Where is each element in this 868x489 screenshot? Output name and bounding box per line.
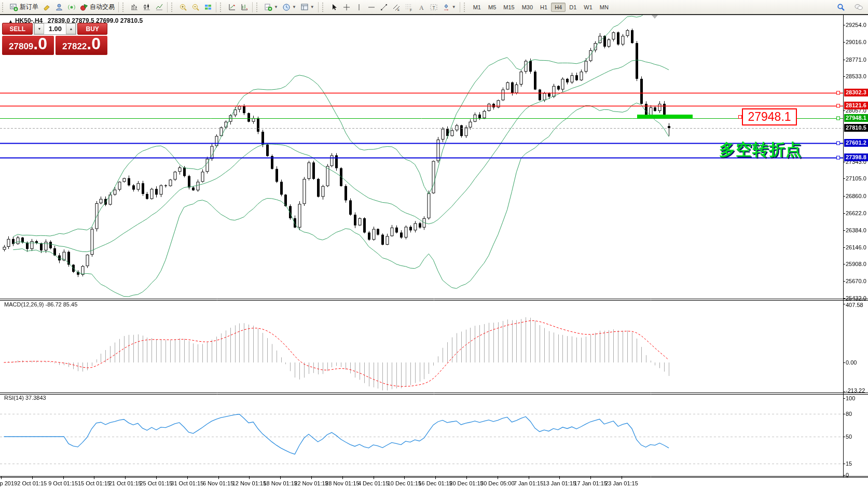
chat-icon-icon (855, 3, 863, 11)
new-order-button-icon (10, 3, 18, 11)
trendline-button[interactable] (378, 1, 390, 13)
buy-price[interactable]: 27822 .0 (56, 36, 107, 55)
turning-point-annotation[interactable]: 多空转折点 (719, 139, 802, 161)
toolbar-grip[interactable] (322, 3, 326, 12)
channel-button-icon: E (392, 3, 401, 11)
rsi-axis-label: 0 (846, 472, 849, 478)
callout-anchor-handle[interactable] (738, 115, 742, 119)
sell-price[interactable]: 27809 .0 (2, 36, 54, 55)
svg-text:A: A (419, 4, 424, 11)
price-tag: 27398.8 (844, 153, 868, 161)
hline-button-icon (367, 3, 376, 11)
fibonacci-button[interactable]: F (403, 1, 415, 13)
volume-stepper: ▼ 1.00 ▲ (34, 23, 76, 35)
price-tick-label: 26146.0 (846, 244, 866, 250)
periods-button[interactable]: ▼ (280, 1, 298, 13)
rsi-axis-label: 100 (846, 395, 855, 401)
periods-button-icon (282, 3, 291, 11)
chat-icon[interactable] (852, 1, 865, 13)
line-chart-button[interactable] (153, 1, 166, 13)
one-click-trading-panel: SELL ▼ 1.00 ▲ BUY 27809 .0 27822 .0 (2, 23, 107, 55)
toolbar-grip[interactable] (464, 3, 468, 12)
hline-button[interactable] (365, 1, 378, 13)
shapes-button[interactable]: ▼ (440, 1, 458, 13)
auto-trading-button[interactable]: 自动交易 (78, 1, 117, 13)
rsi-axis-label: 80 (846, 411, 852, 417)
volume-increase-button[interactable]: ▲ (66, 23, 76, 34)
dropdown-arrow-icon[interactable]: ▼ (274, 5, 278, 9)
svg-text:T: T (432, 5, 435, 10)
price-tick-label: 26860.0 (846, 193, 866, 199)
toolbar-grip[interactable] (256, 3, 260, 12)
time-axis[interactable]: 25 Sep 20192 Oct 01:159 Oct 01:1515 Oct … (0, 478, 843, 489)
volume-decrease-button[interactable]: ▼ (34, 23, 44, 34)
dropdown-arrow-icon[interactable]: ▼ (452, 5, 456, 9)
channel-button[interactable]: E (390, 1, 403, 13)
time-tick-label: 25 Sep 2019 (0, 480, 17, 486)
zoom-in-button[interactable] (177, 1, 189, 13)
zoom-out-button[interactable] (189, 1, 202, 13)
timeframe-button-m5[interactable]: M5 (485, 3, 500, 12)
chart-shift-button[interactable] (238, 1, 251, 13)
bar-chart-button[interactable] (128, 1, 141, 13)
auto-scroll-button[interactable] (226, 1, 238, 13)
label-button[interactable]: T (428, 1, 440, 13)
vline-button[interactable] (353, 1, 365, 13)
timeframe-button-w1[interactable]: W1 (580, 3, 596, 12)
time-tick-label: 7 Jan 01:15 (514, 480, 544, 486)
zoom-out-button-icon (191, 3, 200, 11)
toolbar-grip[interactable] (220, 3, 224, 12)
new-order-button[interactable]: 新订单 (8, 1, 40, 13)
toolbar-grip[interactable] (122, 3, 127, 12)
chart-shift-marker-icon[interactable] (652, 15, 658, 19)
timeframe-button-m30[interactable]: M30 (518, 3, 536, 12)
toolbar-grip[interactable] (2, 3, 6, 12)
sell-price-frac: .0 (33, 36, 47, 51)
eraser-button[interactable] (40, 1, 53, 13)
signals-button[interactable] (65, 1, 78, 13)
price-tag: 27601.2 (844, 139, 868, 147)
text-button-icon: A (417, 3, 425, 11)
candle-chart-button-icon (143, 3, 151, 11)
sell-button[interactable]: SELL (2, 23, 33, 35)
macd-axis-label: -213.22 (846, 387, 865, 394)
price-tick-label: 27105.0 (846, 175, 866, 181)
price-tag: 28121.6 (844, 102, 868, 109)
buy-button[interactable]: BUY (77, 23, 107, 35)
time-tick-label: 15 Oct 01:15 (78, 480, 111, 486)
time-tick-label: 25 Oct 01:15 (140, 480, 173, 486)
timeframe-button-h1[interactable]: H1 (536, 3, 551, 12)
price-callout-box[interactable]: 27948.1 (742, 108, 797, 125)
templates-button[interactable]: ▼ (298, 1, 316, 13)
candle-chart-button[interactable] (141, 1, 153, 13)
crosshair-button[interactable] (340, 1, 353, 13)
timeframe-button-h4[interactable]: H4 (551, 3, 566, 12)
price-tag: 28302.3 (844, 89, 868, 96)
time-tick-label: 6 Nov 01:15 (203, 480, 233, 486)
profiles-button[interactable] (53, 1, 65, 13)
indicators-button[interactable]: ▼ (262, 1, 280, 13)
main-toolbar: 新订单自动交易▼▼▼EFAT▼M1M5M15M30H1H4D1W1MN (0, 0, 868, 15)
line-chart-button-icon (155, 3, 163, 11)
highlight-line-object[interactable] (637, 115, 693, 118)
time-tick-label: 21 Oct 01:15 (109, 480, 142, 486)
dropdown-arrow-icon[interactable]: ▼ (310, 5, 314, 9)
volume-value[interactable]: 1.00 (44, 23, 66, 34)
price-tick-label: 28771.0 (846, 57, 866, 63)
tile-windows-button[interactable] (202, 1, 214, 13)
svg-text:F: F (410, 8, 412, 11)
timeframe-button-m1[interactable]: M1 (470, 3, 485, 12)
toolbar-separator (216, 2, 216, 12)
time-tick-label: 28 Nov 01:15 (325, 480, 359, 486)
search-icon[interactable] (835, 1, 847, 13)
dropdown-arrow-icon[interactable]: ▼ (292, 5, 296, 9)
timeframe-button-mn[interactable]: MN (596, 3, 612, 12)
toolbar-grip[interactable] (171, 3, 175, 12)
chart-canvas[interactable] (0, 15, 868, 489)
rsi-axis-label: 50 (846, 434, 852, 440)
text-button[interactable]: A (415, 1, 428, 13)
timeframe-button-d1[interactable]: D1 (566, 3, 580, 12)
timeframe-button-m15[interactable]: M15 (500, 3, 518, 12)
crosshair-button-icon (342, 3, 351, 11)
cursor-button[interactable] (328, 1, 340, 13)
